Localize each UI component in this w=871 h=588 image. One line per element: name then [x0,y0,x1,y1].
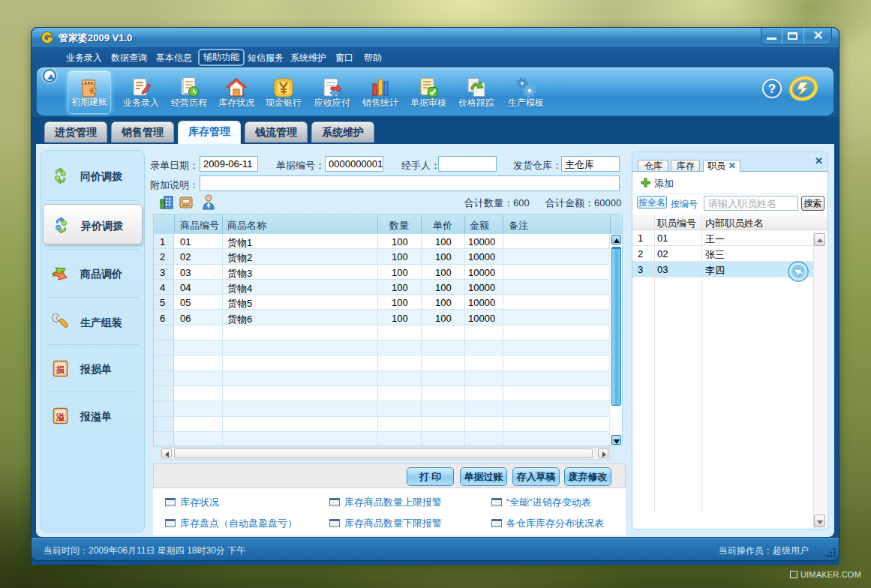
svg-text:溢: 溢 [56,412,65,422]
svg-text:损: 损 [56,365,65,374]
